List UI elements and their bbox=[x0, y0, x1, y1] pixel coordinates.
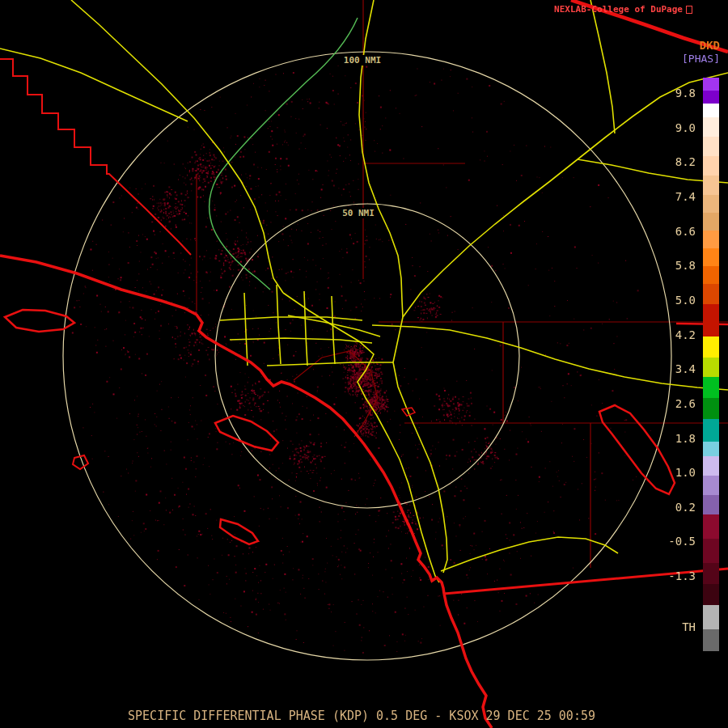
colorbar-segment bbox=[703, 514, 719, 539]
colorbar-tick-label: 5.8 bbox=[639, 260, 696, 271]
colorbar-segment bbox=[703, 156, 719, 176]
colorbar-segment bbox=[703, 442, 719, 456]
colorbar-segment bbox=[703, 248, 719, 266]
colorbar-segment bbox=[703, 78, 719, 91]
road-sr14 bbox=[359, 0, 403, 317]
colorbar-tick-label: 0.2 bbox=[639, 502, 696, 513]
product-code-label: DKD bbox=[700, 39, 720, 52]
colorbar-tick-label: 3.4 bbox=[639, 363, 696, 375]
road-basin-grid-4 bbox=[244, 293, 248, 366]
colorbar-tick-label: 5.0 bbox=[639, 294, 696, 306]
map-overlay-svg bbox=[0, 0, 728, 728]
colorbar-segment bbox=[703, 358, 719, 377]
colorbar-segment bbox=[703, 539, 719, 563]
nexlab-logo-glyph bbox=[686, 6, 692, 14]
river-lines bbox=[209, 18, 358, 290]
range-ring-label-100nmi: 100 NMI bbox=[342, 55, 383, 66]
island-san-clemente bbox=[220, 519, 258, 544]
aqueduct-river-path bbox=[209, 18, 358, 290]
colorbar-segment bbox=[703, 336, 719, 358]
road-i15-south bbox=[393, 317, 447, 573]
nexlab-brand-text: NEXLAB-College of DuPage bbox=[554, 4, 683, 15]
colorbar-tick-label: 1.8 bbox=[639, 433, 696, 444]
colorbar-segment bbox=[703, 476, 719, 495]
colorbar-segment bbox=[703, 91, 719, 104]
road-basin-grid-2 bbox=[230, 338, 372, 343]
colorbar-segment bbox=[703, 231, 719, 248]
colorbar-segment bbox=[703, 563, 719, 584]
product-caption: SPECIFIC DIFFERENTIAL PHASE (KDP) 0.5 DE… bbox=[0, 709, 723, 723]
boundary-staircase-northwest bbox=[0, 59, 191, 255]
colorbar-segment bbox=[703, 419, 719, 442]
range-ring-50nmi bbox=[215, 204, 519, 508]
range-ring-label-50nmi: 50 NMI bbox=[341, 208, 376, 218]
colorbar-segment bbox=[703, 584, 719, 605]
salton-sea bbox=[599, 405, 675, 494]
county-border-lines bbox=[197, 0, 728, 568]
colorbar-segment bbox=[703, 137, 719, 156]
colorbar-segment bbox=[703, 176, 719, 195]
colorbar-segment bbox=[703, 304, 719, 336]
colorbar-tick-label: 9.0 bbox=[639, 122, 696, 133]
colorbar-tick-label: -1.3 bbox=[639, 570, 696, 582]
colorbar-segment bbox=[703, 605, 719, 629]
colorbar-segment bbox=[703, 456, 719, 476]
road-basin-grid-3 bbox=[267, 362, 393, 366]
road-i5-north bbox=[71, 0, 283, 293]
colorbar-tick-label: 6.6 bbox=[639, 226, 696, 237]
island-catalina bbox=[215, 416, 278, 451]
road-north-entry bbox=[590, 0, 615, 133]
colorbar-tick-label: 4.2 bbox=[639, 329, 696, 341]
road-basin-grid-5 bbox=[277, 285, 281, 364]
colorbar-threshold-label: TH bbox=[639, 621, 696, 633]
road-i8-east bbox=[441, 537, 618, 571]
colorbar-segment bbox=[703, 377, 719, 398]
colorbar-tick-label: 2.6 bbox=[639, 398, 696, 409]
colorbar-segment bbox=[703, 629, 719, 651]
colorbar-segment bbox=[703, 104, 719, 117]
range-rings bbox=[63, 52, 671, 660]
colorbar-segment bbox=[703, 117, 719, 137]
colorbar-tick-label: -0.5 bbox=[639, 535, 696, 547]
road-basin-grid-7 bbox=[332, 296, 335, 364]
colorbar-segment bbox=[703, 266, 719, 284]
colorbar-segment bbox=[703, 284, 719, 304]
highway-lines bbox=[0, 0, 728, 582]
colorbar-segment bbox=[703, 398, 719, 419]
colorbar-tick-label: 9.8 bbox=[639, 87, 696, 99]
river-segment-east bbox=[676, 324, 728, 324]
coastline-main bbox=[0, 256, 444, 594]
product-tag-label: [PHAS] bbox=[682, 53, 720, 65]
colorbar-tick-label: 8.2 bbox=[639, 156, 696, 167]
island-channel bbox=[5, 310, 74, 332]
colorbar-segment bbox=[703, 495, 719, 514]
colorbar-segment bbox=[703, 195, 719, 213]
colorbar-segment bbox=[703, 213, 719, 231]
radar-display: NEXLAB-College of DuPage DKD [PHAS] 9.89… bbox=[0, 0, 728, 728]
colorbar-tick-label: 1.0 bbox=[639, 467, 696, 478]
colorbar bbox=[703, 78, 719, 651]
nexlab-brand: NEXLAB-College of DuPage bbox=[554, 4, 692, 15]
colorbar-tick-label: 7.4 bbox=[639, 191, 696, 202]
road-basin-grid-1 bbox=[220, 317, 362, 320]
range-ring-100nmi bbox=[63, 52, 671, 660]
road-basin-grid-6 bbox=[304, 291, 307, 366]
